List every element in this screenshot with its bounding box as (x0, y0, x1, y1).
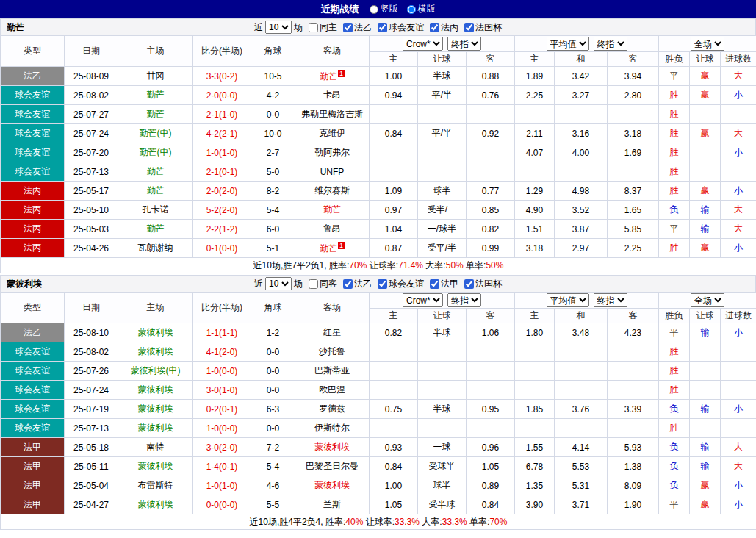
away-team[interactable]: 蒙彼利埃 (295, 476, 370, 495)
league-checkbox[interactable] (430, 23, 439, 32)
match-score[interactable]: 5-2(2-0) (193, 201, 251, 220)
home-team[interactable]: 勤芒 (118, 162, 193, 182)
away-team[interactable]: 勤芒1 (295, 67, 370, 86)
league-filter-3[interactable]: 法国杯 (464, 278, 502, 290)
euro-draw-odds: 4.14 (555, 438, 608, 457)
match-score[interactable]: 2-1(1-0) (193, 105, 251, 124)
home-team[interactable]: 南特 (118, 438, 193, 457)
away-team[interactable]: UNFP (295, 162, 370, 182)
home-team[interactable]: 勤芒(中) (118, 143, 193, 162)
home-team[interactable]: 蒙彼利埃 (118, 323, 193, 342)
league-filter-0[interactable]: 法乙 (343, 278, 372, 290)
match-score[interactable]: 3-3(0-2) (193, 67, 251, 86)
away-team[interactable]: 勤芒1 (295, 239, 370, 258)
match-score[interactable]: 0-2(0-1) (193, 400, 251, 419)
home-team[interactable]: 孔卡诺 (118, 201, 193, 220)
asia-odds-source-select[interactable]: Crow* (403, 37, 443, 51)
euro-away-odds: 5.85 (608, 220, 659, 239)
asia-odds-source-select[interactable]: Crow* (403, 293, 443, 307)
league-filter-3[interactable]: 法国杯 (464, 21, 502, 34)
home-team[interactable]: 勤芒 (118, 86, 193, 105)
league-filter-2[interactable]: 法丙 (430, 21, 458, 34)
result-handicap: 输 (690, 323, 721, 342)
away-team[interactable]: 鲁昂 (295, 220, 370, 239)
league-checkbox[interactable] (464, 279, 474, 289)
result-scope-select[interactable]: 全场 (691, 293, 724, 307)
euro-odds-source-select[interactable]: 平均值 (547, 293, 589, 307)
layout-option-horizontal[interactable]: 横版 (407, 3, 436, 15)
home-team[interactable]: 勤芒 (118, 220, 193, 239)
home-team[interactable]: 蒙彼利埃(中) (118, 362, 193, 381)
home-team[interactable]: 蒙彼利埃 (118, 342, 193, 362)
euro-odds-time-select[interactable]: 终指 (594, 293, 627, 307)
away-team[interactable]: 兰斯 (295, 495, 370, 514)
away-team[interactable]: 卡昂 (295, 86, 370, 105)
match-score[interactable]: 1-0(1-0) (193, 143, 251, 162)
match-score[interactable]: 2-0(2-0) (193, 182, 251, 201)
away-team[interactable]: 维尔赛斯 (295, 182, 370, 201)
same-venue-filter[interactable]: 同主 (309, 21, 337, 34)
match-score[interactable]: 1-4(0-1) (193, 457, 251, 476)
league-filter-1[interactable]: 球会友谊 (378, 21, 424, 34)
match-score[interactable]: 0-1(0-0) (193, 239, 251, 258)
home-team[interactable]: 蒙彼利埃 (118, 419, 193, 438)
home-team[interactable]: 蒙彼利埃 (118, 400, 193, 419)
match-score[interactable]: 2-1(0-1) (193, 162, 251, 182)
away-team[interactable]: 弗勒里梅洛吉斯 (295, 105, 370, 124)
asia-odds-time-select[interactable]: 终指 (447, 293, 481, 307)
match-score[interactable]: 1-0(0-0) (193, 362, 251, 381)
home-team[interactable]: 勤芒 (118, 105, 193, 124)
same-venue-checkbox[interactable] (309, 23, 318, 32)
match-score[interactable]: 4-1(2-0) (193, 342, 251, 362)
away-team[interactable]: 红星 (295, 323, 370, 342)
horizontal-layout-radio[interactable] (407, 5, 416, 14)
home-team[interactable]: 蒙彼利埃 (118, 495, 193, 514)
asia-odds-time-select[interactable]: 终指 (447, 37, 481, 51)
euro-odds-time-select[interactable]: 终指 (594, 37, 627, 51)
match-score[interactable]: 3-0(1-0) (193, 381, 251, 400)
match-score[interactable]: 2-2(1-2) (193, 220, 251, 239)
team-results-block-1: 勤芒近10场同主法乙球会友谊法丙法国杯类型日期主场比分(半场)角球客场Crow*… (0, 18, 756, 273)
away-team[interactable]: 蒙彼利埃 (295, 438, 370, 457)
home-team[interactable]: 勤芒(中) (118, 124, 193, 143)
home-team[interactable]: 布雷斯特 (118, 476, 193, 495)
match-count-select[interactable]: 10 (265, 21, 292, 34)
league-checkbox[interactable] (464, 23, 474, 32)
away-team[interactable]: 沙托鲁 (295, 342, 370, 362)
league-filter-1[interactable]: 球会友谊 (378, 278, 424, 290)
league-checkbox[interactable] (378, 279, 387, 289)
home-team[interactable]: 甘冈 (118, 67, 193, 86)
match-score[interactable]: 1-0(0-0) (193, 419, 251, 438)
match-count-select[interactable]: 10 (265, 277, 292, 290)
home-team[interactable]: 蒙彼利埃 (118, 381, 193, 400)
same-venue-filter[interactable]: 同客 (309, 278, 337, 290)
away-team[interactable]: 勤芒 (295, 201, 370, 220)
same-venue-checkbox[interactable] (309, 279, 318, 289)
away-team[interactable]: 伊斯特尔 (295, 419, 370, 438)
away-team[interactable]: 欧巴涅 (295, 381, 370, 400)
league-checkbox[interactable] (343, 279, 353, 289)
result-scope-select[interactable]: 全场 (691, 37, 724, 51)
league-filter-0[interactable]: 法乙 (343, 21, 372, 34)
match-score[interactable]: 4-2(2-1) (193, 124, 251, 143)
league-checkbox[interactable] (430, 279, 439, 289)
match-score[interactable]: 1-0(1-0) (193, 476, 251, 495)
away-team[interactable]: 巴斯蒂亚 (295, 362, 370, 381)
match-score[interactable]: 3-0(2-0) (193, 438, 251, 457)
match-score[interactable]: 0-0(0-0) (193, 495, 251, 514)
away-team[interactable]: 克维伊 (295, 124, 370, 143)
league-checkbox[interactable] (378, 23, 387, 32)
league-filter-2[interactable]: 法甲 (430, 278, 458, 290)
away-team[interactable]: 罗德兹 (295, 400, 370, 419)
euro-odds-source-select[interactable]: 平均值 (547, 37, 589, 51)
home-team[interactable]: 勤芒 (118, 182, 193, 201)
home-team[interactable]: 瓦朗谢纳 (118, 239, 193, 258)
vertical-layout-radio[interactable] (370, 5, 378, 14)
home-team[interactable]: 蒙彼利埃 (118, 457, 193, 476)
layout-option-vertical[interactable]: 竖版 (370, 3, 398, 15)
league-checkbox[interactable] (343, 23, 353, 32)
away-team[interactable]: 勒阿弗尔 (295, 143, 370, 162)
match-score[interactable]: 1-1(1-1) (193, 323, 251, 342)
match-score[interactable]: 2-0(0-0) (193, 86, 251, 105)
away-team[interactable]: 巴黎圣日尔曼 (295, 457, 370, 476)
